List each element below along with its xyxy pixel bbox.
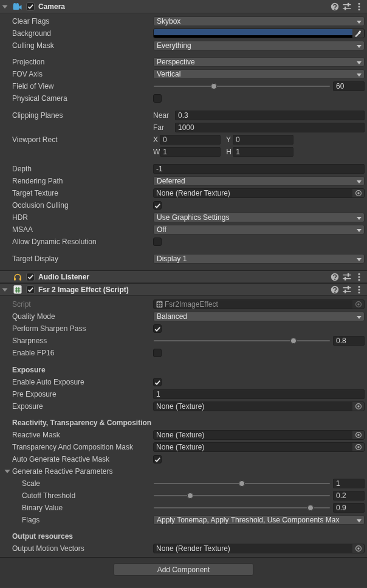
presets-icon[interactable]: [343, 2, 351, 11]
object-picker-icon[interactable]: [352, 189, 364, 197]
component-header-audio-listener[interactable]: Audio Listener: [0, 270, 367, 283]
hdr-value: Use Graphics Settings: [157, 213, 229, 222]
flags-dropdown[interactable]: Apply Tonemap, Apply Threshold, Use Comp…: [153, 515, 365, 525]
clear-flags-dropdown[interactable]: Skybox: [153, 16, 365, 26]
foldout-icon[interactable]: [0, 286, 10, 293]
scale-slider[interactable]: [153, 479, 331, 488]
slider-handle[interactable]: [239, 480, 245, 487]
hdr-dropdown[interactable]: Use Graphics Settings: [153, 213, 365, 222]
chevron-down-icon: [357, 229, 362, 232]
object-picker-icon[interactable]: [352, 544, 364, 553]
depth-input[interactable]: -1: [153, 164, 365, 174]
near-label: Near: [153, 111, 175, 120]
rendering-path-dropdown[interactable]: Deferred: [153, 176, 365, 186]
camera-enabled-checkbox[interactable]: [26, 2, 35, 11]
row-allow-dynamic-resolution: Allow Dynamic Resolution: [0, 236, 367, 248]
output-motion-vectors-field[interactable]: None (Render Texture): [153, 544, 365, 553]
row-output-header: Output resources: [0, 530, 367, 542]
quality-mode-dropdown[interactable]: Balanced: [153, 312, 365, 321]
chevron-down-icon: [357, 258, 362, 261]
kebab-menu-icon[interactable]: [355, 273, 363, 281]
background-color-field[interactable]: [153, 29, 365, 38]
target-texture-label: Target Texture: [0, 189, 153, 197]
auto-generate-reactive-mask-checkbox[interactable]: [153, 455, 162, 463]
fov-axis-value: Vertical: [157, 70, 180, 78]
slider-handle[interactable]: [290, 338, 297, 344]
help-icon[interactable]: [331, 285, 339, 294]
pre-exposure-input[interactable]: 1: [153, 389, 365, 399]
projection-dropdown[interactable]: Perspective: [153, 57, 365, 67]
binary-value-value[interactable]: 0.9: [333, 503, 365, 513]
near-input[interactable]: 0.3: [175, 111, 365, 120]
viewport-y-input[interactable]: 0: [233, 135, 293, 145]
enable-auto-exposure-checkbox[interactable]: [153, 378, 162, 386]
row-hdr: HDR Use Graphics Settings: [0, 211, 367, 224]
slider-handle[interactable]: [187, 493, 193, 499]
color-swatch[interactable]: [154, 29, 352, 38]
field-of-view-slider[interactable]: [153, 81, 331, 91]
component-title: Fsr 2 Image Effect (Script): [38, 285, 331, 294]
script-field: Fsr2ImageEffect: [153, 299, 365, 309]
component-header-camera[interactable]: Camera: [0, 0, 367, 13]
binary-value-slider[interactable]: [153, 503, 331, 513]
sharpness-slider[interactable]: [153, 336, 331, 346]
presets-icon[interactable]: [343, 285, 351, 294]
fov-axis-dropdown[interactable]: Vertical: [153, 69, 365, 79]
far-input[interactable]: 1000: [175, 123, 365, 132]
exposure-field[interactable]: None (Texture): [153, 402, 365, 411]
msaa-dropdown[interactable]: Off: [153, 225, 365, 234]
target-display-dropdown[interactable]: Display 1: [153, 254, 365, 264]
slider-handle[interactable]: [211, 83, 217, 89]
object-picker-icon[interactable]: [352, 402, 364, 411]
enable-fp16-checkbox[interactable]: [153, 349, 162, 357]
target-texture-field[interactable]: None (Render Texture): [153, 188, 365, 198]
fsr2-body: Script Fsr2ImageEffect Quality Mode Bala…: [0, 296, 367, 557]
object-picker-icon[interactable]: [352, 431, 364, 439]
transparency-mask-field[interactable]: None (Texture): [153, 442, 365, 452]
row-reactive-mask: Reactive Mask None (Texture): [0, 429, 367, 441]
inspector-footer: Add Component: [0, 558, 367, 587]
presets-icon[interactable]: [343, 273, 351, 281]
script-icon: [13, 285, 22, 294]
object-picker-icon[interactable]: [352, 443, 364, 451]
occlusion-culling-checkbox[interactable]: [153, 201, 162, 210]
field-of-view-value[interactable]: 60: [333, 81, 365, 91]
slider-track[interactable]: [154, 495, 330, 496]
viewport-w-input[interactable]: 1: [160, 147, 221, 157]
eyedropper-button[interactable]: [352, 29, 364, 38]
viewport-h-input[interactable]: 1: [233, 147, 293, 157]
culling-mask-label: Culling Mask: [0, 41, 153, 50]
foldout-icon[interactable]: [0, 3, 10, 10]
help-icon[interactable]: [331, 273, 339, 281]
physical-camera-checkbox[interactable]: [153, 94, 162, 103]
viewport-x-input[interactable]: 0: [160, 135, 221, 145]
slider-track[interactable]: [154, 507, 330, 508]
generate-reactive-parameters-foldout[interactable]: Generate Reactive Parameters: [0, 467, 153, 476]
fsr2-enabled-checkbox[interactable]: [26, 285, 35, 294]
add-component-button[interactable]: Add Component: [114, 563, 253, 576]
scale-label: Scale: [0, 479, 153, 488]
kebab-menu-icon[interactable]: [355, 2, 363, 11]
reactive-mask-value: None (Texture): [154, 431, 352, 440]
kebab-menu-icon[interactable]: [355, 285, 363, 294]
row-viewport-xy: Viewport Rect X 0 Y 0: [0, 134, 367, 146]
perform-sharpen-pass-label: Perform Sharpen Pass: [0, 324, 153, 333]
component-header-fsr2[interactable]: Fsr 2 Image Effect (Script): [0, 283, 367, 296]
scale-value[interactable]: 1: [333, 479, 365, 488]
row-quality-mode: Quality Mode Balanced: [0, 310, 367, 323]
allow-dynamic-resolution-checkbox[interactable]: [153, 238, 162, 246]
cutoff-threshold-value[interactable]: 0.2: [333, 491, 365, 501]
perform-sharpen-pass-checkbox[interactable]: [153, 324, 162, 333]
foldout-icon[interactable]: [4, 468, 11, 475]
help-icon[interactable]: [331, 2, 339, 11]
cutoff-threshold-slider[interactable]: [153, 491, 331, 501]
reactive-mask-field[interactable]: None (Texture): [153, 430, 365, 440]
row-culling-mask: Culling Mask Everything: [0, 39, 367, 52]
culling-mask-dropdown[interactable]: Everything: [153, 41, 365, 50]
sharpness-value[interactable]: 0.8: [333, 336, 365, 346]
audio-listener-enabled-checkbox[interactable]: [26, 273, 35, 281]
row-flags: Flags Apply Tonemap, Apply Threshold, Us…: [0, 514, 367, 526]
slider-track[interactable]: [154, 340, 330, 341]
slider-handle[interactable]: [307, 505, 314, 511]
slider-track[interactable]: [154, 86, 330, 87]
